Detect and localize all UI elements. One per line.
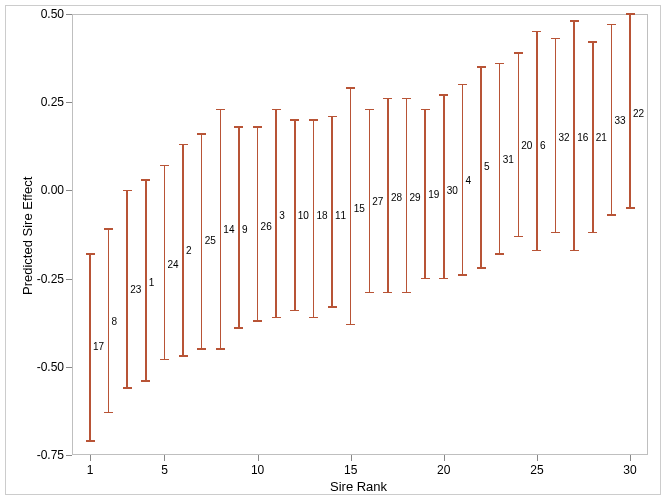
error-bar [275, 109, 277, 317]
x-tick-label: 20 [437, 463, 450, 477]
error-cap [477, 267, 486, 269]
point-label: 21 [596, 132, 607, 143]
error-cap [626, 13, 635, 15]
y-tick-label: -0.25 [30, 272, 64, 286]
error-cap [253, 320, 262, 322]
error-bar [108, 229, 110, 412]
x-axis-label: Sire Rank [330, 479, 387, 494]
point-label: 20 [521, 139, 532, 150]
x-tick [258, 455, 259, 461]
error-cap [570, 20, 579, 22]
error-cap [346, 87, 355, 89]
error-cap [86, 440, 95, 442]
plot-area [72, 14, 648, 455]
point-label: 2 [186, 245, 192, 256]
point-label: 32 [559, 132, 570, 143]
point-label: 16 [577, 132, 588, 143]
x-tick [90, 455, 91, 461]
error-cap [346, 324, 355, 326]
x-tick-label: 1 [87, 463, 94, 477]
error-bar [220, 109, 222, 349]
error-bar [443, 95, 445, 278]
error-cap [495, 63, 504, 65]
point-label: 31 [503, 153, 514, 164]
y-tick [66, 455, 72, 456]
error-cap [216, 109, 225, 111]
error-cap [551, 38, 560, 40]
error-cap [588, 232, 597, 234]
error-bar [518, 53, 520, 236]
error-bar [238, 127, 240, 328]
error-bar [145, 180, 147, 381]
error-bar [387, 99, 389, 293]
error-cap [495, 253, 504, 255]
error-cap [421, 109, 430, 111]
error-cap [402, 292, 411, 294]
error-cap [514, 236, 523, 238]
error-cap [234, 126, 243, 128]
error-cap [514, 52, 523, 54]
point-label: 29 [410, 192, 421, 203]
error-cap [104, 228, 113, 230]
point-label: 9 [242, 224, 248, 235]
error-cap [607, 214, 616, 216]
error-cap [160, 359, 169, 361]
error-bar [164, 166, 166, 360]
error-bar [499, 63, 501, 254]
y-tick [66, 367, 72, 368]
x-tick [537, 455, 538, 461]
error-cap [477, 66, 486, 68]
error-cap [123, 190, 132, 192]
error-bar [89, 254, 91, 441]
error-bar [369, 109, 371, 292]
error-bar [126, 190, 128, 388]
error-cap [272, 317, 281, 319]
error-cap [328, 116, 337, 118]
y-tick-label: 0.25 [30, 95, 64, 109]
point-label: 30 [447, 185, 458, 196]
error-cap [86, 253, 95, 255]
error-bar [424, 109, 426, 278]
error-cap [532, 250, 541, 252]
error-cap [570, 250, 579, 252]
point-label: 24 [167, 259, 178, 270]
x-tick-label: 10 [251, 463, 264, 477]
point-label: 3 [279, 210, 285, 221]
error-cap [179, 144, 188, 146]
x-tick-label: 5 [161, 463, 168, 477]
point-label: 26 [261, 220, 272, 231]
error-cap [309, 317, 318, 319]
error-bar [480, 67, 482, 268]
error-cap [626, 207, 635, 209]
error-cap [272, 109, 281, 111]
x-tick [351, 455, 352, 461]
error-cap [365, 292, 374, 294]
point-label: 18 [316, 210, 327, 221]
error-cap [402, 98, 411, 100]
error-cap [309, 119, 318, 121]
error-bar [257, 127, 259, 321]
point-label: 8 [112, 315, 118, 326]
point-label: 33 [614, 114, 625, 125]
y-tick-label: -0.75 [30, 448, 64, 462]
point-label: 11 [335, 210, 346, 221]
error-bar [611, 25, 613, 216]
y-tick-label: 0.50 [30, 7, 64, 21]
error-bar [406, 99, 408, 293]
error-cap [458, 84, 467, 86]
y-tick-label: 0.00 [30, 183, 64, 197]
error-bar [629, 14, 631, 208]
error-bar [313, 120, 315, 318]
error-bar [462, 85, 464, 276]
error-cap [439, 94, 448, 96]
error-cap [365, 109, 374, 111]
error-cap [458, 274, 467, 276]
x-tick [164, 455, 165, 461]
error-cap [216, 348, 225, 350]
error-cap [383, 98, 392, 100]
point-label: 17 [93, 340, 104, 351]
x-tick-label: 15 [344, 463, 357, 477]
point-label: 10 [298, 210, 309, 221]
error-bar [294, 120, 296, 311]
error-cap [253, 126, 262, 128]
